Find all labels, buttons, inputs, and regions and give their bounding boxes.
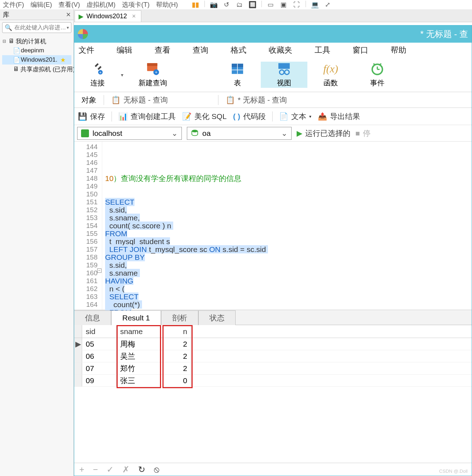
- close-icon[interactable]: ×: [66, 10, 71, 19]
- result-grid[interactable]: sid sname n ▶ 05 周梅 2 06 吴兰 2 07 郑竹 2 09…: [74, 325, 472, 463]
- fullscreen-icon[interactable]: ▣: [280, 1, 288, 9]
- menu-edit[interactable]: 编辑(E): [30, 0, 52, 9]
- menu-file[interactable]: 文件: [79, 45, 94, 56]
- col-n[interactable]: n: [161, 325, 191, 338]
- wand-icon: 📝: [182, 112, 192, 121]
- run-button[interactable]: ▶ 运行已选择的: [297, 128, 350, 138]
- menu-fav[interactable]: 收藏夹: [269, 45, 292, 56]
- main-toolbar: + 连接 ▾ + 新建查询 表 视图 f(x): [74, 58, 472, 92]
- save-button[interactable]: 💾保存: [78, 111, 105, 122]
- remove-icon[interactable]: −: [93, 465, 98, 475]
- menu-help[interactable]: 帮助(H): [156, 0, 178, 9]
- table-row[interactable]: 07 郑竹 2: [74, 362, 472, 375]
- menu-query[interactable]: 查询: [193, 45, 208, 56]
- vm-tab-label: Windows2012: [86, 13, 127, 20]
- navicat-logo-icon: [78, 29, 88, 39]
- chevron-down-icon[interactable]: ▾: [67, 25, 69, 30]
- stop-button[interactable]: ■ 停: [355, 128, 370, 138]
- pause-icon[interactable]: ▮▮: [192, 1, 199, 9]
- tab-profile[interactable]: 剖析: [161, 310, 198, 325]
- query-tabs: 对象 📋 无标题 - 查询 📋 * 无标题 - 查询: [74, 92, 472, 108]
- tree-item-windows2012[interactable]: 📄 Windows201. ★: [2, 55, 71, 65]
- menu-tool[interactable]: 工具: [315, 45, 330, 56]
- search-input[interactable]: [14, 24, 67, 31]
- table-row[interactable]: 06 吴兰 2: [74, 350, 472, 362]
- query-icon: 📋: [226, 96, 235, 104]
- table-button[interactable]: 表: [214, 62, 261, 88]
- snapshot-icon[interactable]: 📷: [210, 1, 218, 9]
- library-header: 库 ×: [0, 9, 74, 20]
- col-sid[interactable]: sid: [82, 325, 117, 338]
- search-icon: 🔍: [5, 24, 12, 32]
- add-icon[interactable]: +: [79, 465, 84, 475]
- svg-rect-3: [147, 63, 157, 66]
- results-panel: 信息 Result 1 剖析 状态 sid sname n ▶ 05 周梅 2: [74, 310, 472, 476]
- view-icon[interactable]: ▭: [267, 1, 275, 9]
- tree-label: 共享虚拟机 (已弃用): [20, 65, 75, 73]
- menu-tabs[interactable]: 选项卡(T): [122, 0, 150, 9]
- menu-view[interactable]: 查看(V): [58, 0, 80, 9]
- tab-query-2[interactable]: 📋 * 无标题 - 查询: [218, 92, 294, 108]
- check-icon[interactable]: ✓: [107, 465, 114, 475]
- play-icon: ▶: [297, 129, 302, 138]
- view-icon: [277, 62, 291, 76]
- connect-button[interactable]: + 连接: [74, 62, 121, 88]
- fold-icon[interactable]: −: [97, 268, 102, 273]
- stop-icon[interactable]: ⦸: [154, 465, 159, 475]
- tab-status[interactable]: 状态: [198, 310, 236, 325]
- svg-point-12: [285, 70, 289, 75]
- query-builder-button[interactable]: 📊查询创建工具: [118, 111, 176, 122]
- sql-editor[interactable]: 1441451461471481491501511521531541551561…: [74, 142, 472, 310]
- vm-tab-active[interactable]: ▶ Windows2012 ×: [75, 10, 141, 22]
- watermark: CSDN @.Doll: [439, 468, 468, 474]
- grid-header: sid sname n: [74, 325, 472, 338]
- menu-vm[interactable]: 虚拟机(M): [86, 0, 115, 9]
- connection-row: localhost ⌄ oa ⌄ ▶ 运行已选择的 ■ 停: [74, 125, 472, 142]
- cancel-icon[interactable]: ✗: [122, 465, 129, 475]
- database-combo[interactable]: oa ⌄: [187, 127, 292, 140]
- menu-format[interactable]: 格式: [231, 45, 246, 56]
- view-button[interactable]: 视图: [261, 62, 307, 88]
- tree-shared[interactable]: 🖥 共享虚拟机 (已弃用): [2, 65, 71, 74]
- tree-root[interactable]: ⊟ 🖥 我的计算机: [2, 37, 71, 46]
- tree-item-deepinm[interactable]: 📄 deepinm: [2, 46, 71, 55]
- menu-view[interactable]: 查看: [155, 45, 170, 56]
- tab-result1[interactable]: Result 1: [111, 310, 161, 325]
- beautify-button[interactable]: 📝美化 SQL: [182, 111, 227, 122]
- unity-icon[interactable]: 🔲: [249, 1, 256, 9]
- manage-icon[interactable]: 🗂: [236, 1, 244, 9]
- code-area[interactable]: − 10）查询没有学全所有课程的同学的信息 SELECT s.sid, s.sn…: [102, 142, 472, 310]
- console-icon[interactable]: 💻: [311, 1, 319, 9]
- library-search[interactable]: 🔍 ▾: [2, 22, 71, 33]
- tab-info[interactable]: 信息: [74, 310, 111, 325]
- chevron-down-icon[interactable]: ▾: [121, 72, 129, 78]
- chevron-down-icon[interactable]: ⌄: [281, 129, 288, 138]
- revert-icon[interactable]: ↺: [223, 1, 231, 9]
- table-row[interactable]: ▶ 05 周梅 2: [74, 338, 472, 350]
- event-button[interactable]: 事件: [354, 62, 401, 88]
- snippet-button[interactable]: ( )代码段: [233, 111, 266, 122]
- query-icon: 📋: [111, 96, 121, 104]
- tab-query-1[interactable]: 📋 无标题 - 查询: [104, 92, 175, 108]
- fit-icon[interactable]: ⛶: [293, 1, 301, 9]
- collapse-icon[interactable]: ⊟: [2, 39, 6, 44]
- close-icon[interactable]: ×: [132, 13, 136, 20]
- menu-help[interactable]: 帮助: [391, 45, 406, 56]
- chevron-down-icon[interactable]: ⌄: [171, 129, 178, 138]
- text-button[interactable]: 📄文本▾: [279, 111, 311, 122]
- connection-combo[interactable]: localhost ⌄: [77, 127, 182, 140]
- table-row[interactable]: 09 张三 0: [74, 375, 472, 387]
- refresh-icon[interactable]: ↻: [138, 465, 145, 475]
- menu-window[interactable]: 窗口: [353, 45, 368, 56]
- new-query-button[interactable]: + 新建查询: [129, 62, 176, 88]
- menu-edit[interactable]: 编辑: [117, 45, 132, 56]
- save-icon: 💾: [78, 112, 87, 121]
- export-button[interactable]: 📤导出结果: [318, 111, 360, 122]
- shared-icon: 🖥: [13, 66, 19, 73]
- menu-file[interactable]: 文件(F): [3, 0, 24, 9]
- tab-objects[interactable]: 对象: [74, 92, 104, 108]
- expand-icon[interactable]: ⤢: [324, 1, 332, 9]
- vm-icon: ▶: [79, 13, 84, 20]
- function-button[interactable]: f(x) 函数: [307, 62, 354, 88]
- col-sname[interactable]: sname: [117, 325, 161, 338]
